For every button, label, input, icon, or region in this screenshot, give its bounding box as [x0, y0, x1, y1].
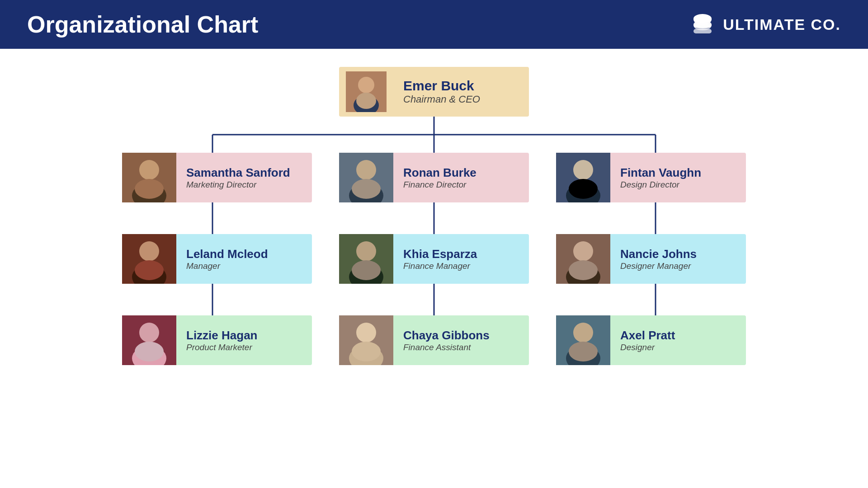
director-card-1: Ronan Burke Finance Director: [339, 153, 529, 202]
manager-2-title: Designer Manager: [620, 261, 736, 271]
main-content: Emer Buck Chairman & CEO: [0, 49, 868, 488]
svg-point-32: [135, 260, 164, 280]
nancie-photo: [556, 234, 610, 284]
staff-card-1: Chaya Gibbons Finance Assistant: [339, 315, 529, 365]
director-0-name: Samantha Sanford: [186, 166, 302, 180]
staff-1-info: Chaya Gibbons Finance Assistant: [393, 322, 529, 359]
svg-point-38: [573, 241, 593, 261]
manager-0-name: Leland Mcleod: [186, 247, 302, 261]
manager-2-info: Nancie Johns Designer Manager: [610, 241, 746, 277]
svg-point-49: [356, 323, 376, 343]
manager-card-0: Leland Mcleod Manager: [122, 234, 312, 284]
svg-point-36: [352, 260, 381, 280]
logo-text: ULTIMATE CO.: [723, 16, 841, 33]
svg-point-53: [573, 323, 593, 343]
directors-row: Samantha Sanford Marketing Director Rona…: [27, 153, 841, 202]
header: Organizational Chart ULTIMATE CO.: [0, 0, 868, 49]
svg-point-23: [573, 160, 593, 180]
director-1-name: Ronan Burke: [403, 166, 519, 180]
manager-0-title: Manager: [186, 261, 302, 271]
ceo-name: Emer Buck: [403, 78, 519, 94]
directors-connector-svg: [118, 202, 750, 234]
director-0-info: Samantha Sanford Marketing Director: [176, 160, 312, 196]
director-0-title: Marketing Director: [186, 180, 302, 190]
staff-card-2: Axel Pratt Designer: [556, 315, 746, 365]
director-2-name: Fintan Vaughn: [620, 166, 736, 180]
svg-point-15: [139, 160, 159, 180]
svg-rect-2: [693, 17, 712, 22]
leland-photo: [122, 234, 176, 284]
managers-row: Leland Mcleod Manager Khia Esparza Fin: [27, 234, 841, 284]
director-card-0: Samantha Sanford Marketing Director: [122, 153, 312, 202]
ceo-row: Emer Buck Chairman & CEO: [339, 67, 529, 117]
svg-point-8: [356, 93, 376, 109]
ceo-avatar: [346, 71, 387, 112]
page-title: Organizational Chart: [27, 11, 258, 38]
staff-0-title: Product Marketer: [186, 343, 302, 352]
director-2-info: Fintan Vaughn Design Director: [610, 160, 746, 196]
director-1-title: Finance Director: [403, 180, 519, 190]
chaya-photo: [339, 315, 393, 365]
svg-point-51: [352, 342, 381, 361]
org-chart: Emer Buck Chairman & CEO: [27, 67, 841, 365]
manager-2-name: Nancie Johns: [620, 247, 736, 261]
logo-icon: [690, 12, 715, 37]
svg-point-55: [569, 342, 598, 361]
manager-card-2: Nancie Johns Designer Manager: [556, 234, 746, 284]
samantha-photo: [122, 153, 176, 202]
fintan-photo: [556, 153, 610, 202]
lizzie-photo: [122, 315, 176, 365]
svg-rect-4: [693, 29, 712, 33]
svg-point-17: [135, 179, 164, 199]
staff-row: Lizzie Hagan Product Marketer Chaya Gibb…: [27, 315, 841, 365]
manager-0-info: Leland Mcleod Manager: [176, 241, 312, 277]
svg-point-30: [139, 241, 159, 261]
staff-2-name: Axel Pratt: [620, 328, 736, 343]
svg-rect-3: [693, 23, 712, 28]
svg-point-19: [356, 160, 376, 180]
ceo-title: Chairman & CEO: [403, 94, 519, 105]
manager-1-info: Khia Esparza Finance Manager: [393, 241, 529, 277]
ceo-info: Emer Buck Chairman & CEO: [393, 72, 529, 112]
svg-point-45: [139, 323, 159, 343]
svg-point-25: [569, 179, 598, 199]
svg-point-47: [135, 342, 164, 361]
staff-2-title: Designer: [620, 343, 736, 352]
director-card-2: Fintan Vaughn Design Director: [556, 153, 746, 202]
ceo-card: Emer Buck Chairman & CEO: [339, 67, 529, 117]
managers-connector-svg: [118, 284, 750, 315]
axel-photo: [556, 315, 610, 365]
staff-1-title: Finance Assistant: [403, 343, 519, 352]
staff-card-0: Lizzie Hagan Product Marketer: [122, 315, 312, 365]
manager-card-1: Khia Esparza Finance Manager: [339, 234, 529, 284]
staff-0-name: Lizzie Hagan: [186, 328, 302, 343]
director-2-title: Design Director: [620, 180, 736, 190]
staff-1-name: Chaya Gibbons: [403, 328, 519, 343]
svg-point-21: [352, 179, 381, 199]
director-1-info: Ronan Burke Finance Director: [393, 160, 529, 196]
ceo-photo: [339, 67, 393, 117]
ceo-connector-svg: [118, 117, 750, 153]
svg-point-34: [356, 241, 376, 261]
ronan-photo: [339, 153, 393, 202]
svg-point-6: [358, 77, 374, 93]
svg-point-40: [569, 260, 598, 280]
logo-area: ULTIMATE CO.: [690, 12, 841, 37]
staff-2-info: Axel Pratt Designer: [610, 322, 746, 359]
khia-photo: [339, 234, 393, 284]
manager-1-title: Finance Manager: [403, 261, 519, 271]
manager-1-name: Khia Esparza: [403, 247, 519, 261]
staff-0-info: Lizzie Hagan Product Marketer: [176, 322, 312, 359]
